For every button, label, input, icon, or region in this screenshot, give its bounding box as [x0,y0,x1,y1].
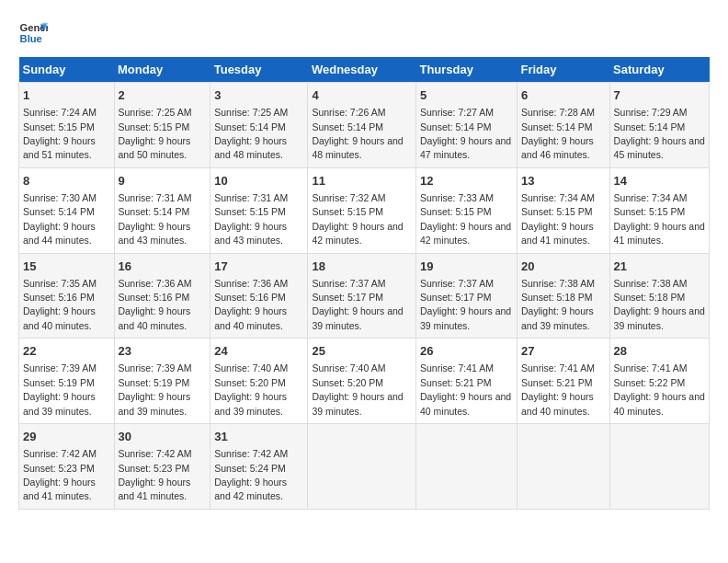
day-info: Sunrise: 7:41 AMSunset: 5:22 PMDaylight:… [614,362,705,416]
day-info: Sunrise: 7:25 AMSunset: 5:15 PMDaylight:… [119,107,192,160]
day-number: 31 [214,429,303,445]
day-number: 23 [119,343,207,360]
day-number: 11 [312,173,412,190]
day-number: 16 [119,259,207,275]
week-row-1: 1 Sunrise: 7:24 AMSunset: 5:15 PMDayligh… [19,83,710,168]
day-info: Sunrise: 7:40 AMSunset: 5:20 PMDaylight:… [312,362,403,416]
day-number: 22 [23,343,110,360]
day-number: 27 [521,343,606,360]
day-info: Sunrise: 7:37 AMSunset: 5:17 PMDaylight:… [312,278,403,331]
calendar-header: SundayMondayTuesdayWednesdayThursdayFrid… [19,57,710,83]
col-header-thursday: Thursday [415,57,517,83]
day-info: Sunrise: 7:41 AMSunset: 5:21 PMDaylight:… [420,362,511,416]
day-number: 1 [23,87,110,104]
col-header-sunday: Sunday [19,57,115,83]
day-number: 15 [23,259,110,275]
day-info: Sunrise: 7:37 AMSunset: 5:17 PMDaylight:… [420,278,511,331]
col-header-tuesday: Tuesday [210,57,308,83]
day-info: Sunrise: 7:34 AMSunset: 5:15 PMDaylight:… [521,192,595,246]
day-number: 5 [420,87,513,104]
day-cell: 19 Sunrise: 7:37 AMSunset: 5:17 PMDaylig… [415,253,517,339]
day-info: Sunrise: 7:31 AMSunset: 5:15 PMDaylight:… [214,192,288,246]
day-number: 14 [614,173,705,190]
day-cell: 22 Sunrise: 7:39 AMSunset: 5:19 PMDaylig… [19,339,115,424]
day-cell: 7 Sunrise: 7:29 AMSunset: 5:14 PMDayligh… [609,83,709,168]
day-cell: 18 Sunrise: 7:37 AMSunset: 5:17 PMDaylig… [308,253,416,339]
logo: General Blue [18,18,48,48]
day-info: Sunrise: 7:42 AMSunset: 5:23 PMDaylight:… [119,448,192,501]
col-header-wednesday: Wednesday [308,57,416,83]
day-cell: 23 Sunrise: 7:39 AMSunset: 5:19 PMDaylig… [114,339,210,424]
day-cell: 30 Sunrise: 7:42 AMSunset: 5:23 PMDaylig… [114,424,210,510]
day-number: 8 [23,173,110,190]
day-number: 17 [214,259,303,275]
calendar-table: SundayMondayTuesdayWednesdayThursdayFrid… [18,57,710,510]
day-info: Sunrise: 7:30 AMSunset: 5:14 PMDaylight:… [23,192,97,246]
day-number: 20 [521,259,606,275]
day-info: Sunrise: 7:42 AMSunset: 5:23 PMDaylight:… [23,448,97,501]
day-cell: 6 Sunrise: 7:28 AMSunset: 5:14 PMDayligh… [517,83,609,168]
week-row-5: 29 Sunrise: 7:42 AMSunset: 5:23 PMDaylig… [19,424,710,510]
day-cell: 25 Sunrise: 7:40 AMSunset: 5:20 PMDaylig… [308,339,416,424]
day-number: 2 [119,87,207,104]
day-info: Sunrise: 7:38 AMSunset: 5:18 PMDaylight:… [521,278,595,331]
day-cell [415,424,517,510]
day-info: Sunrise: 7:31 AMSunset: 5:14 PMDaylight:… [119,192,192,246]
day-cell: 24 Sunrise: 7:40 AMSunset: 5:20 PMDaylig… [210,339,308,424]
day-cell: 12 Sunrise: 7:33 AMSunset: 5:15 PMDaylig… [415,167,517,253]
day-info: Sunrise: 7:36 AMSunset: 5:16 PMDaylight:… [119,278,192,331]
day-number: 13 [521,173,606,190]
day-info: Sunrise: 7:28 AMSunset: 5:14 PMDaylight:… [521,107,595,160]
svg-text:Blue: Blue [20,33,42,44]
day-cell: 20 Sunrise: 7:38 AMSunset: 5:18 PMDaylig… [517,253,609,339]
col-header-saturday: Saturday [609,57,709,83]
day-number: 24 [214,343,303,360]
day-number: 21 [614,259,705,275]
day-number: 18 [312,259,412,275]
day-cell: 11 Sunrise: 7:32 AMSunset: 5:15 PMDaylig… [308,167,416,253]
day-info: Sunrise: 7:38 AMSunset: 5:18 PMDaylight:… [614,278,705,331]
day-number: 6 [521,87,606,104]
day-cell: 27 Sunrise: 7:41 AMSunset: 5:21 PMDaylig… [517,339,609,424]
calendar-body: 1 Sunrise: 7:24 AMSunset: 5:15 PMDayligh… [19,83,710,510]
day-cell: 5 Sunrise: 7:27 AMSunset: 5:14 PMDayligh… [415,83,517,168]
day-cell: 17 Sunrise: 7:36 AMSunset: 5:16 PMDaylig… [210,253,308,339]
day-number: 7 [614,87,705,104]
day-cell: 9 Sunrise: 7:31 AMSunset: 5:14 PMDayligh… [114,167,210,253]
day-info: Sunrise: 7:39 AMSunset: 5:19 PMDaylight:… [23,362,97,416]
day-cell [308,424,416,510]
day-info: Sunrise: 7:26 AMSunset: 5:14 PMDaylight:… [312,107,403,160]
day-cell: 2 Sunrise: 7:25 AMSunset: 5:15 PMDayligh… [114,83,210,168]
week-row-2: 8 Sunrise: 7:30 AMSunset: 5:14 PMDayligh… [19,167,710,253]
day-cell [517,424,609,510]
day-info: Sunrise: 7:32 AMSunset: 5:15 PMDaylight:… [312,192,403,246]
day-cell: 14 Sunrise: 7:34 AMSunset: 5:15 PMDaylig… [609,167,709,253]
week-row-3: 15 Sunrise: 7:35 AMSunset: 5:16 PMDaylig… [19,253,710,339]
day-cell: 29 Sunrise: 7:42 AMSunset: 5:23 PMDaylig… [19,424,115,510]
day-cell: 3 Sunrise: 7:25 AMSunset: 5:14 PMDayligh… [210,83,308,168]
day-info: Sunrise: 7:42 AMSunset: 5:24 PMDaylight:… [214,448,288,501]
day-info: Sunrise: 7:34 AMSunset: 5:15 PMDaylight:… [614,192,705,246]
day-info: Sunrise: 7:24 AMSunset: 5:15 PMDaylight:… [23,107,97,160]
day-info: Sunrise: 7:36 AMSunset: 5:16 PMDaylight:… [214,278,288,331]
day-number: 3 [214,87,303,104]
day-cell [609,424,709,510]
day-number: 30 [119,429,207,445]
day-cell: 13 Sunrise: 7:34 AMSunset: 5:15 PMDaylig… [517,167,609,253]
day-cell: 15 Sunrise: 7:35 AMSunset: 5:16 PMDaylig… [19,253,115,339]
day-cell: 8 Sunrise: 7:30 AMSunset: 5:14 PMDayligh… [19,167,115,253]
day-cell: 21 Sunrise: 7:38 AMSunset: 5:18 PMDaylig… [609,253,709,339]
day-info: Sunrise: 7:27 AMSunset: 5:14 PMDaylight:… [420,107,511,160]
col-header-friday: Friday [517,57,609,83]
day-info: Sunrise: 7:39 AMSunset: 5:19 PMDaylight:… [119,362,192,416]
day-number: 28 [614,343,705,360]
day-number: 12 [420,173,513,190]
day-number: 10 [214,173,303,190]
day-number: 9 [119,173,207,190]
week-row-4: 22 Sunrise: 7:39 AMSunset: 5:19 PMDaylig… [19,339,710,424]
day-cell: 16 Sunrise: 7:36 AMSunset: 5:16 PMDaylig… [114,253,210,339]
day-cell: 26 Sunrise: 7:41 AMSunset: 5:21 PMDaylig… [415,339,517,424]
header: General Blue [18,18,710,48]
logo-icon: General Blue [18,18,48,48]
day-info: Sunrise: 7:25 AMSunset: 5:14 PMDaylight:… [214,107,288,160]
